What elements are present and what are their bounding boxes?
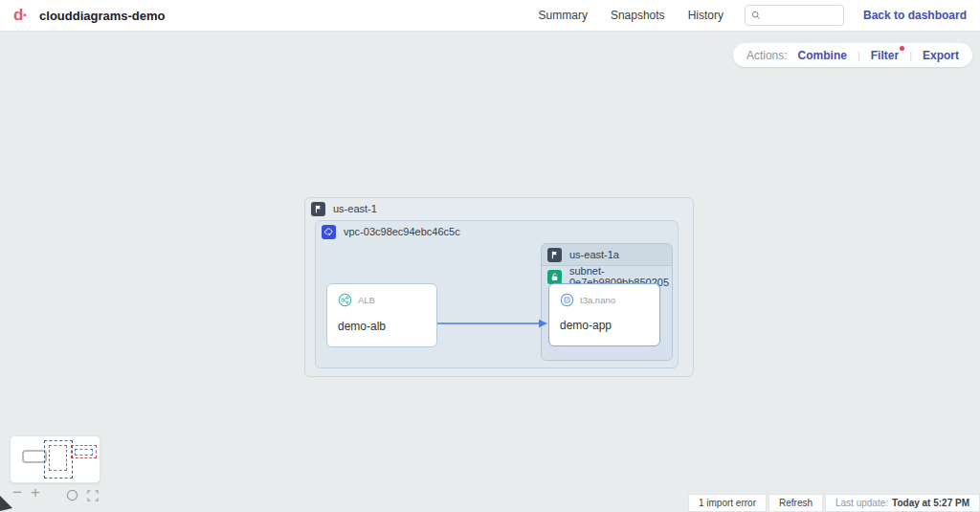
node-demo-alb[interactable]: ALB demo-alb [326,283,437,347]
node-demo-app[interactable]: t3a.nano demo-app [548,283,660,346]
app-window: d· clouddiagrams-demo Summary Snapshots … [0,0,980,512]
region-header: us-east-1 [305,198,693,219]
vpc-header: vpc-03c98ec94ebc46c5c [316,221,678,242]
last-update-value: Today at 5:27 PM [892,498,969,508]
minimap-subnet-outline [75,449,93,456]
vpc-cloud-icon [322,225,336,239]
fit-view-button[interactable] [87,488,99,505]
reset-zoom-button[interactable] [66,488,78,505]
app-logo[interactable]: d· [13,6,27,25]
load-balancer-icon [338,293,352,307]
page-title: clouddiagrams-demo [39,9,165,23]
actions-bar: Actions: Combine | Filter | Export [733,43,972,67]
top-bar: d· clouddiagrams-demo Summary Snapshots … [0,0,980,32]
node-type-label: t3a.nano [580,295,615,305]
az-header: us-east-1a [542,244,672,265]
zoom-in-button[interactable]: + [31,483,40,502]
main-nav: Summary Snapshots History [539,9,724,22]
vpc-label: vpc-03c98ec94ebc46c5c [344,226,460,237]
node-name: demo-app [560,319,612,332]
nav-item-summary[interactable]: Summary [539,9,588,22]
region-label: us-east-1 [333,203,377,214]
filter-button[interactable]: Filter [871,49,899,62]
last-update-status: Last update: Today at 5:27 PM [825,494,980,512]
ec2-instance-icon [560,293,574,307]
last-update-label: Last update: [835,498,888,508]
minimap-vpc-outline [49,445,67,471]
filter-notification-dot [900,46,904,51]
region-flag-icon [311,202,325,216]
nav-item-history[interactable]: History [688,9,724,22]
az-flag-icon [547,248,562,262]
divider: | [909,50,912,61]
search-icon [751,10,761,21]
subnet-open-lock-icon [547,270,562,284]
zoom-out-button[interactable]: − [12,483,22,502]
combine-button[interactable]: Combine [798,49,847,62]
node-name: demo-alb [338,320,386,333]
divider: | [858,50,860,61]
search-box[interactable] [745,5,844,26]
back-to-dashboard-link[interactable]: Back to dashboard [863,9,967,22]
refresh-button[interactable]: Refresh [768,494,823,512]
az-label: us-east-1a [569,249,619,260]
actions-label: Actions: [746,49,788,62]
status-bar: 1 import error Refresh Last update: Toda… [688,494,980,512]
export-button[interactable]: Export [923,49,959,62]
import-error-badge[interactable]: 1 import error [688,494,767,512]
minimap[interactable] [10,435,100,483]
search-input[interactable] [766,10,837,21]
node-type-label: ALB [358,295,375,305]
nav-item-snapshots[interactable]: Snapshots [611,9,665,22]
